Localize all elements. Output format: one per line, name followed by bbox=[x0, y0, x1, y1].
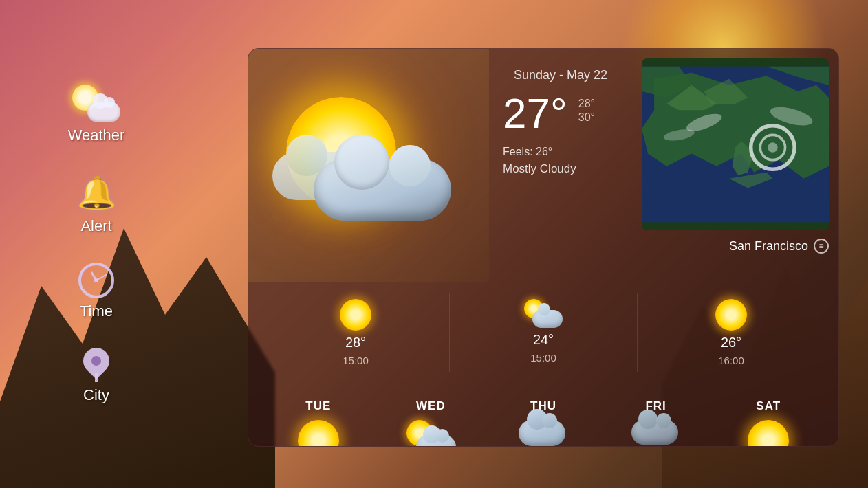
day-item-fri: FRI 28°/19° bbox=[600, 394, 713, 447]
sidebar-item-alert[interactable]: 🔔 Alert bbox=[62, 165, 131, 242]
day-icon-sat bbox=[748, 420, 789, 447]
weekly-row: TUE 30°/25° WED 32°/22° THU bbox=[262, 394, 825, 447]
hourly-item-1: 24° 15:00 bbox=[450, 293, 638, 372]
bell-icon: 🔔 bbox=[76, 172, 117, 213]
thu-cloud bbox=[519, 420, 565, 446]
day-name-sat: SAT bbox=[756, 399, 781, 413]
hourly-sun-icon-2 bbox=[715, 299, 747, 331]
panel-bottom: TUE 30°/25° WED 32°/22° THU bbox=[248, 383, 838, 447]
date-label: Sunday - May 22 bbox=[503, 68, 618, 82]
weather-panel: Sunday - May 22 27° 28° 30° Feels: 26° M… bbox=[248, 48, 839, 447]
hourly-temp-1: 24° bbox=[533, 332, 554, 348]
temp-low: 30° bbox=[578, 111, 595, 124]
temp-main: 27° bbox=[503, 92, 567, 135]
day-item-tue: TUE 30°/25° bbox=[262, 394, 375, 447]
city-label: San Francisco ≡ bbox=[642, 239, 829, 254]
svg-point-3 bbox=[768, 142, 778, 153]
temp-range: 28° 30° bbox=[578, 92, 595, 124]
day-item-wed: WED 32°/22° bbox=[375, 394, 488, 447]
hourly-row: 28° 15:00 24° 15:00 26° 16:00 bbox=[248, 282, 838, 383]
panel-top-right: San Francisco ≡ bbox=[632, 49, 838, 282]
fri-cloud bbox=[631, 420, 678, 445]
hourly-item-2: 26° 16:00 bbox=[638, 293, 825, 372]
day-item-sat: SAT 32°/25° bbox=[712, 394, 825, 447]
big-weather-icon bbox=[272, 90, 465, 241]
day-icon-wed bbox=[405, 420, 456, 447]
hourly-temp-2: 26° bbox=[721, 335, 741, 351]
sidebar-item-city[interactable]: City bbox=[69, 341, 123, 411]
clock-icon bbox=[78, 263, 114, 298]
hourly-time-2: 16:00 bbox=[718, 355, 744, 366]
hourly-item-0: 28° 15:00 bbox=[262, 293, 450, 372]
temp-high: 28° bbox=[578, 98, 595, 110]
city-name: San Francisco bbox=[729, 239, 808, 254]
sun-cloud-icon bbox=[72, 85, 120, 122]
sidebar-item-time[interactable]: Time bbox=[65, 256, 128, 327]
day-icon-fri bbox=[631, 420, 681, 447]
sidebar-item-weather[interactable]: Weather bbox=[54, 78, 139, 151]
hourly-partly-icon-1 bbox=[524, 299, 563, 328]
pin-icon bbox=[83, 348, 109, 382]
sidebar-label-weather: Weather bbox=[68, 126, 125, 144]
city-icon: ≡ bbox=[814, 239, 829, 254]
condition-label: Mostly Cloudy bbox=[503, 162, 618, 176]
sidebar-label-alert: Alert bbox=[80, 217, 111, 235]
hourly-time-0: 15:00 bbox=[343, 355, 369, 366]
big-cloud-front bbox=[314, 159, 451, 221]
feels-label: Feels: 26° bbox=[503, 146, 618, 158]
sidebar-label-time: Time bbox=[80, 302, 113, 320]
current-weather-visual bbox=[248, 49, 489, 282]
panel-top: Sunday - May 22 27° 28° 30° Feels: 26° M… bbox=[248, 49, 838, 282]
satellite-map bbox=[642, 58, 829, 230]
sidebar: Weather 🔔 Alert Time City bbox=[0, 0, 193, 488]
day-icon-thu bbox=[519, 420, 568, 447]
current-weather-info: Sunday - May 22 27° 28° 30° Feels: 26° M… bbox=[489, 49, 632, 282]
day-icon-tue bbox=[298, 420, 339, 447]
temp-row: 27° 28° 30° bbox=[503, 92, 618, 135]
sidebar-label-city: City bbox=[83, 386, 109, 404]
day-name-tue: TUE bbox=[305, 399, 331, 413]
hourly-temp-0: 28° bbox=[345, 335, 366, 351]
satellite-svg bbox=[642, 58, 829, 230]
day-item-thu: THU 24°/22° bbox=[487, 394, 600, 447]
day-name-wed: WED bbox=[416, 399, 446, 413]
hourly-sun-icon-0 bbox=[340, 299, 371, 331]
hourly-time-1: 15:00 bbox=[530, 352, 556, 364]
wed-cloud bbox=[416, 435, 456, 447]
small-cloud-1 bbox=[532, 310, 563, 328]
